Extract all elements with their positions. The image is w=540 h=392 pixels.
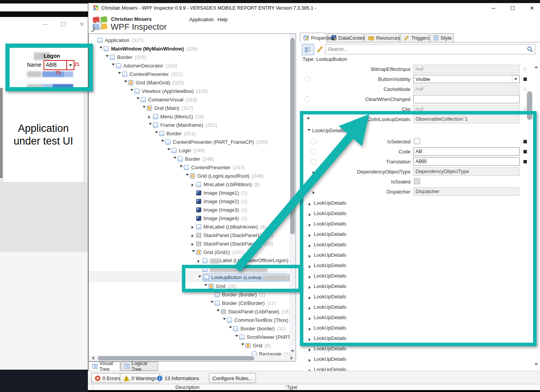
tree-item[interactable]: Menu (Menu1)(29) <box>147 112 204 121</box>
column-divider[interactable] <box>285 384 286 390</box>
tree-item[interactable]: Application(327) <box>92 36 143 44</box>
type-column-header[interactable]: Type <box>287 385 297 390</box>
errors-button[interactable]: 0 Errors <box>91 373 124 383</box>
tree-expander-icon[interactable] <box>190 224 196 230</box>
lookupdetails-collapsed-row[interactable]: LookUpDetails <box>300 324 533 333</box>
lookupdetails-collapsed-row[interactable]: LookUpDetails <box>300 355 533 364</box>
expander-closed-icon[interactable] <box>308 305 313 311</box>
tree-expander-icon[interactable] <box>104 54 110 60</box>
property-text-input[interactable]: ABB <box>413 157 520 166</box>
tree-expander-icon[interactable] <box>203 283 209 289</box>
property-radio[interactable] <box>304 76 310 82</box>
expander-closed-icon[interactable] <box>308 315 313 321</box>
tab-logical-tree[interactable]: Logical Tree <box>121 362 158 371</box>
tree-expander-icon[interactable] <box>190 241 196 247</box>
tree-expander-icon[interactable] <box>197 275 202 281</box>
tree-item[interactable]: LookupButton (Lookup.)(21) <box>197 273 296 282</box>
tree-expander-icon[interactable] <box>98 46 104 52</box>
tree-item[interactable]: ContentPresenter (PART_FrameCP)(250) <box>160 138 268 146</box>
tree-item[interactable]: Grid(8) <box>240 341 271 350</box>
tree-expander-icon[interactable] <box>178 165 184 170</box>
lookupdetails-collapsed-row[interactable]: LookUpDetails <box>300 251 533 260</box>
tree-expander-icon[interactable] <box>190 249 196 255</box>
edit-feather-icon[interactable] <box>316 45 324 53</box>
expander-closed-icon[interactable] <box>308 274 313 279</box>
lookupdetails-collapsed-row[interactable]: LookUpDetails <box>300 230 533 239</box>
scroll-down-icon[interactable] <box>534 363 538 367</box>
expander-closed-icon[interactable] <box>308 284 313 290</box>
tree-item[interactable]: ContentPresenter(247) <box>178 163 244 172</box>
menu-application[interactable]: Application <box>187 15 216 24</box>
lookupdetails-collapsed-row[interactable]: LookUpDetails <box>300 334 533 343</box>
lookupdetails-collapsed-row[interactable]: LookUpDetails <box>300 282 533 291</box>
property-radio[interactable] <box>304 96 310 102</box>
scroll-down-icon[interactable] <box>291 350 294 354</box>
tree-item[interactable]: Image (Image1)(1) <box>190 188 247 197</box>
group-expander-icon[interactable] <box>306 128 312 134</box>
tree-expander-icon[interactable] <box>227 326 233 331</box>
tree-expander-icon[interactable] <box>221 317 227 323</box>
configure-rules-button[interactable]: Configure Rules... <box>209 373 256 383</box>
tree-item[interactable]: Viewbox (AppViewBox)(319) <box>129 87 208 95</box>
tree-expander-icon[interactable] <box>184 173 190 179</box>
tree-item[interactable]: StackPanel (StackPanel1)(13) <box>190 231 273 239</box>
tree-item[interactable]: AdornerDecorator(324) <box>110 61 177 70</box>
categorize-toggle-button[interactable]: + + <box>302 44 314 55</box>
properties-scrollbar[interactable] <box>533 62 540 371</box>
tree-expander-icon[interactable] <box>197 258 202 264</box>
tab-style[interactable]: Style <box>430 33 454 42</box>
tree-item[interactable]: Border (CtrlBorder)(17) <box>209 299 276 307</box>
scroll-up-icon[interactable] <box>534 64 538 68</box>
expander-closed-icon[interactable] <box>308 357 313 363</box>
tree-item[interactable]: Image (Image2)(1) <box>190 197 247 205</box>
tree-expander-icon[interactable] <box>166 148 172 153</box>
tab-properties[interactable]: Properties <box>300 33 327 42</box>
property-text-input[interactable] <box>413 95 520 103</box>
tree-expander-icon[interactable] <box>110 63 116 69</box>
expander-closed-icon[interactable] <box>308 242 313 248</box>
tree-expander-icon[interactable] <box>160 139 165 145</box>
tree-expander-icon[interactable] <box>129 88 135 94</box>
tree-item[interactable]: StackPanel (LkbPanel)(16) <box>215 307 290 316</box>
expander-closed-icon[interactable] <box>308 367 313 371</box>
lookupdetails-collapsed-row[interactable]: LookUpDetails <box>300 261 533 271</box>
chevron-down-icon[interactable] <box>512 75 519 83</box>
scroll-left-icon[interactable] <box>90 356 94 360</box>
lookupdetails-collapsed-row[interactable]: LookUpDetails <box>300 199 533 208</box>
tree-item[interactable]: Login(249) <box>166 146 205 155</box>
aut-close-button[interactable]: ✕ <box>79 21 84 28</box>
lookupdetails-collapsed-row[interactable]: LookUpDetails <box>300 303 533 312</box>
tree-item[interactable]: ContainerVisual(318) <box>135 95 197 104</box>
tree-expander-icon[interactable] <box>153 131 159 136</box>
expander-closed-icon[interactable] <box>308 336 313 342</box>
tree-item[interactable]: Border(251) <box>153 129 195 138</box>
tree-item[interactable]: Frame (Mainframe)(252) <box>147 121 217 129</box>
tree-item[interactable]: Border (Border)(1) <box>209 290 265 299</box>
minimize-button[interactable]: ─ <box>489 5 498 11</box>
lookupdetails-collapsed-row[interactable]: LookUpDetails <box>300 293 533 302</box>
close-button[interactable]: ✕ <box>528 5 536 11</box>
expander-closed-icon[interactable] <box>308 326 313 331</box>
aut-minimize-button[interactable]: ─ <box>43 21 47 27</box>
tree-expander-icon[interactable] <box>116 71 122 77</box>
tree-expander-icon[interactable] <box>141 105 147 111</box>
tree-item[interactable]: Grid(20) <box>203 282 237 290</box>
lookupdetails-collapsed-row[interactable]: LookUpDetails <box>300 313 533 323</box>
tree-item[interactable]: Border(325) <box>104 53 146 61</box>
menu-help[interactable]: Help <box>215 15 230 24</box>
property-expander-open-icon[interactable] <box>305 117 311 123</box>
lookupdetails-collapsed-row[interactable]: LookUpDetails <box>300 365 533 371</box>
tree-item[interactable]: Image (Image3)(1) <box>190 205 247 214</box>
lookupdetails-collapsed-row[interactable]: LookUpDetails <box>300 220 533 229</box>
tab-triggers[interactable]: Triggers <box>400 33 429 42</box>
tree-item[interactable]: MainWindow (MyMainWindow)(326) <box>98 44 198 53</box>
tree-item[interactable]: Grid (LoginLayoutRoot)(246) <box>184 172 264 180</box>
tree-item[interactable]: MreLabel (LblbaInkover)(6) <box>190 222 266 231</box>
informations-item[interactable]: 13 Informations <box>157 373 199 383</box>
tree-expander-icon[interactable] <box>135 97 141 103</box>
tree-item[interactable]: Border(248) <box>172 155 214 163</box>
search-icon[interactable] <box>527 46 533 52</box>
expander-closed-icon[interactable] <box>308 294 313 300</box>
tree-item[interactable]: MreLabel (LblRibbon)(6) <box>190 180 260 188</box>
search-input[interactable] <box>325 46 527 52</box>
